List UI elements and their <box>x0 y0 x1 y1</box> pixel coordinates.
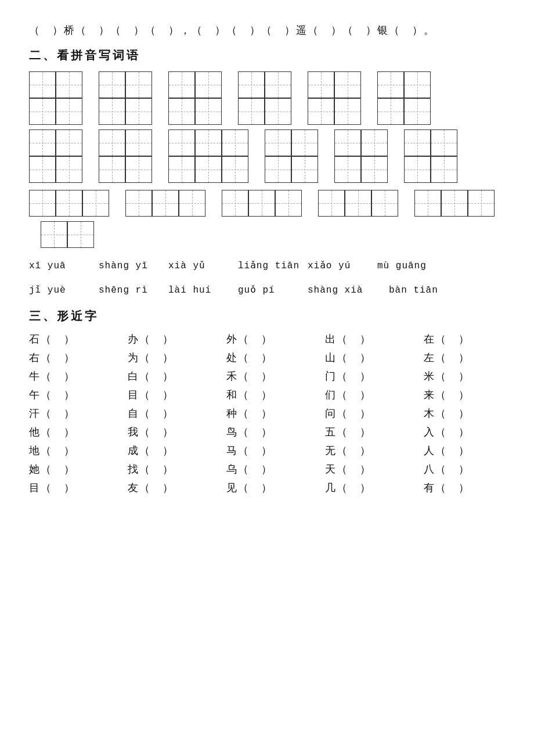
char-box[interactable] <box>222 129 248 156</box>
char-box[interactable] <box>377 71 404 98</box>
pinyin-item-2: shàng yī <box>99 261 168 271</box>
char-box[interactable] <box>334 156 361 183</box>
grid-row-2 <box>29 129 505 183</box>
char-box[interactable] <box>125 156 152 183</box>
char-group-2-4: 米（ ） <box>424 369 522 383</box>
pinyin-item-9: lài huí <box>168 285 238 296</box>
char-group-4-1: 自（ ） <box>128 406 226 420</box>
char-box[interactable] <box>56 71 82 98</box>
char-box[interactable] <box>308 71 334 98</box>
grid-group-2 <box>99 71 152 125</box>
char-box[interactable] <box>99 71 125 98</box>
char-box[interactable] <box>195 156 222 183</box>
grid-group-r3-4 <box>318 190 398 217</box>
char-box[interactable] <box>404 156 431 183</box>
pinyin-row-2: jǐ yuè shēng rì lài huí guǒ pí shàng xià… <box>29 284 505 296</box>
char-box[interactable] <box>318 190 345 217</box>
char-line-row-5: 他（ ）我（ ）鸟（ ）五（ ）入（ ） <box>29 425 505 439</box>
grid-group-6 <box>377 71 431 125</box>
char-box[interactable] <box>345 190 371 217</box>
char-box[interactable] <box>441 190 468 217</box>
char-group-4-4: 木（ ） <box>424 406 522 420</box>
char-box[interactable] <box>168 71 195 98</box>
char-group-2-3: 门（ ） <box>325 369 424 383</box>
char-box[interactable] <box>29 156 56 183</box>
pinyin-item-5: xiǎo yú <box>308 260 377 271</box>
char-box[interactable] <box>56 190 82 217</box>
grid-group-r3-6 <box>41 221 94 248</box>
char-box[interactable] <box>414 190 441 217</box>
char-group-6-2: 马（ ） <box>226 444 325 458</box>
char-box[interactable] <box>291 156 318 183</box>
char-box[interactable] <box>308 98 334 125</box>
char-box[interactable] <box>265 71 291 98</box>
char-box[interactable] <box>291 129 318 156</box>
char-box[interactable] <box>56 129 82 156</box>
grid-group-r2-3 <box>168 129 248 183</box>
char-group-7-1: 找（ ） <box>128 462 226 476</box>
char-box[interactable] <box>275 190 302 217</box>
grid-group-1 <box>29 71 82 125</box>
char-box[interactable] <box>404 129 431 156</box>
char-box[interactable] <box>168 156 195 183</box>
char-box[interactable] <box>168 129 195 156</box>
char-box[interactable] <box>195 98 222 125</box>
char-group-8-4: 有（ ） <box>424 481 522 495</box>
char-box[interactable] <box>334 129 361 156</box>
char-box[interactable] <box>152 190 179 217</box>
char-box[interactable] <box>29 129 56 156</box>
char-box[interactable] <box>431 156 457 183</box>
char-box[interactable] <box>179 190 205 217</box>
char-box[interactable] <box>265 129 291 156</box>
grid-group-r3-2 <box>125 190 205 217</box>
char-box[interactable] <box>125 71 152 98</box>
char-box[interactable] <box>195 71 222 98</box>
char-line-row-0: 石（ ）办（ ）外（ ）出（ ）在（ ） <box>29 332 505 346</box>
char-box[interactable] <box>334 98 361 125</box>
char-box[interactable] <box>82 190 109 217</box>
char-box[interactable] <box>371 190 398 217</box>
char-box[interactable] <box>29 190 56 217</box>
char-box[interactable] <box>195 129 222 156</box>
grid-group-r2-2 <box>99 129 152 183</box>
char-box[interactable] <box>56 98 82 125</box>
grid-group-r2-6 <box>404 129 457 183</box>
char-box[interactable] <box>29 71 56 98</box>
char-box[interactable] <box>67 221 94 248</box>
char-group-5-2: 鸟（ ） <box>226 425 325 439</box>
char-box[interactable] <box>431 129 457 156</box>
char-box[interactable] <box>377 98 404 125</box>
char-box[interactable] <box>248 190 275 217</box>
char-box[interactable] <box>361 156 388 183</box>
pinyin-item-11: shàng xià <box>308 285 389 296</box>
char-group-3-2: 和（ ） <box>226 388 325 402</box>
char-box[interactable] <box>361 129 388 156</box>
char-group-5-3: 五（ ） <box>325 425 424 439</box>
char-box[interactable] <box>99 98 125 125</box>
char-box[interactable] <box>41 221 67 248</box>
char-box[interactable] <box>404 98 431 125</box>
char-box[interactable] <box>125 129 152 156</box>
char-box[interactable] <box>168 98 195 125</box>
char-group-2-1: 白（ ） <box>128 369 226 383</box>
char-box[interactable] <box>265 98 291 125</box>
char-box[interactable] <box>404 71 431 98</box>
char-box[interactable] <box>56 156 82 183</box>
char-box[interactable] <box>125 98 152 125</box>
pinyin-item-10: guǒ pí <box>238 284 308 296</box>
section3: 三、形近字 石（ ）办（ ）外（ ）出（ ）在（ ）右（ ）为（ ）处（ ）山（… <box>29 308 505 495</box>
char-box[interactable] <box>334 71 361 98</box>
char-box[interactable] <box>238 71 265 98</box>
char-box[interactable] <box>29 98 56 125</box>
char-group-0-4: 在（ ） <box>424 332 522 346</box>
char-box[interactable] <box>222 156 248 183</box>
char-box[interactable] <box>238 98 265 125</box>
section3-rows: 石（ ）办（ ）外（ ）出（ ）在（ ）右（ ）为（ ）处（ ）山（ ）左（ ）… <box>29 332 505 495</box>
char-box[interactable] <box>125 190 152 217</box>
char-group-1-3: 山（ ） <box>325 351 424 365</box>
char-box[interactable] <box>99 129 125 156</box>
char-box[interactable] <box>265 156 291 183</box>
char-box[interactable] <box>222 190 248 217</box>
char-box[interactable] <box>468 190 495 217</box>
char-box[interactable] <box>99 156 125 183</box>
